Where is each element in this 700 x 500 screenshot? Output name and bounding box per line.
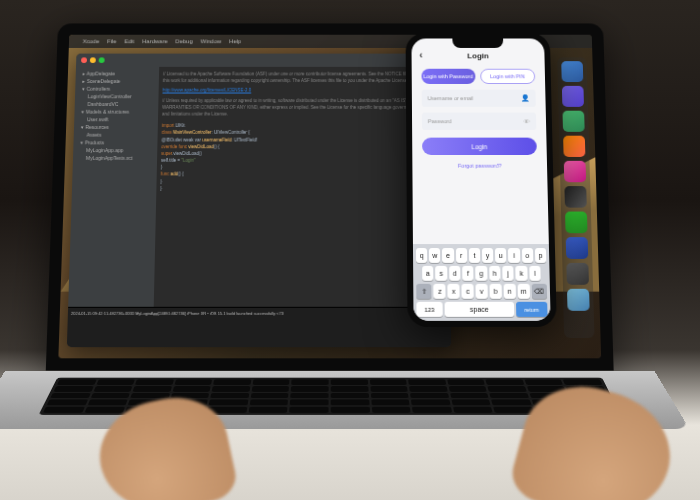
keyboard-key[interactable]: w [429,248,440,263]
keyboard-key[interactable]: i [508,248,519,263]
laptop-keyboard [39,378,621,415]
laptop-key [450,393,489,399]
maximize-icon[interactable] [99,57,105,63]
laptop-key [248,407,287,413]
nav-item[interactable]: User.swift [77,115,155,123]
keyboard-key[interactable]: c [462,284,474,299]
phone-screen: ‹ Login Login with Password Login with P… [411,39,550,321]
keyboard-key[interactable]: ⇧ [416,284,432,299]
keyboard-key[interactable]: o [522,248,534,263]
keyboard-key[interactable]: b [489,284,501,299]
minimize-icon[interactable] [90,57,96,63]
eye-icon[interactable]: 👁 [523,118,530,125]
keyboard-key[interactable]: j [502,266,514,281]
ide-project-navigator[interactable]: ▸ AppDelegate ▸ SceneDelegate ▾ Controll… [68,67,159,307]
dock-app-icon[interactable] [564,186,586,208]
tab-login-pin[interactable]: Login with PIN [480,69,536,84]
nav-item[interactable]: ▾ Controllers [78,85,156,93]
keyboard-key[interactable]: m [517,284,529,299]
keyboard-key[interactable]: h [489,266,501,281]
code-block: import UIKitclass MainViewController: UI… [160,122,445,192]
keyboard-key[interactable]: y [482,248,493,263]
forgot-password-link[interactable]: Forgot password? [422,163,537,169]
email-field[interactable]: Username or email 👤 [422,90,536,107]
laptop-key [93,386,132,391]
code-comment: // Unless required by applicable law or … [162,97,445,118]
keyboard-key[interactable]: a [422,266,433,281]
laptop-key [493,407,534,413]
app-body: Login with Password Login with PIN Usern… [412,63,549,244]
keyboard-key[interactable]: k [516,266,528,281]
code-comment: // Licensed to the Apache Software Found… [163,71,444,85]
login-button[interactable]: Login [422,138,537,155]
keyboard-key[interactable]: n [503,284,515,299]
laptop-key [534,407,575,413]
laptop-key [408,379,446,384]
laptop-key [57,379,96,384]
ide-titlebar[interactable] [76,54,448,67]
dock-app-icon[interactable] [564,161,586,182]
keyboard-key[interactable]: x [448,284,460,299]
code-link[interactable]: http://www.apache.org/licenses/LICENSE-2… [162,87,444,94]
keyboard-key[interactable]: s [436,266,448,281]
nav-item[interactable]: LoginViewController [78,93,156,101]
menubar-file[interactable]: File [107,39,117,45]
menubar-debug[interactable]: Debug [175,39,192,45]
ide-console[interactable]: 2024-01-15 09:42:11.482736+0000 MyLoginA… [67,307,451,347]
dock-app-icon[interactable] [566,263,589,285]
menubar-window[interactable]: Window [200,39,221,45]
keyboard-key[interactable]: p [535,248,547,263]
laptop-key [532,400,572,406]
keyboard-space-key[interactable]: space [444,302,514,317]
nav-item[interactable]: ▾ Products [76,139,154,147]
dock-app-icon[interactable] [567,289,590,311]
laptop-key [252,386,290,391]
keyboard-key[interactable]: e [442,248,453,263]
nav-item[interactable]: ▸ SceneDelegate [78,77,156,85]
keyboard-numbers-key[interactable]: 123 [416,302,442,317]
laptop-key [569,393,609,399]
laptop-key [453,407,493,413]
keyboard-key[interactable]: g [476,266,488,281]
keyboard-key[interactable]: t [469,248,480,263]
nav-item[interactable]: ▸ AppDelegate [79,70,157,78]
menubar-hardware[interactable]: Hardware [142,39,168,45]
keyboard-key[interactable]: ⌫ [531,284,547,299]
keyboard-key[interactable]: v [476,284,488,299]
dock-app-icon[interactable] [562,111,584,132]
back-arrow-icon[interactable]: ‹ [419,50,422,60]
dock-app-icon[interactable] [566,237,589,259]
laptop-key [87,400,128,406]
nav-item[interactable]: ▾ Resources [77,123,155,131]
keyboard-key[interactable]: z [434,284,446,299]
keyboard-key[interactable]: l [529,266,541,281]
nav-item[interactable]: ▾ Models & structures [77,108,155,116]
laptop-key [331,386,368,391]
keyboard-key[interactable]: d [449,266,461,281]
laptop-key [135,379,174,384]
laptop-key [447,379,485,384]
menubar-edit[interactable]: Edit [124,39,134,45]
nav-item[interactable]: DashboardVC [78,100,156,108]
keyboard-key[interactable]: r [456,248,467,263]
laptop-base [0,371,689,429]
keyboard-key[interactable]: q [416,248,427,263]
keyboard-key[interactable]: f [462,266,474,281]
tab-login-password[interactable]: Login with Password [421,69,475,84]
dock-app-icon[interactable] [562,86,584,107]
menubar-help[interactable]: Help [229,39,241,45]
menubar-app[interactable]: Xcode [83,39,100,45]
dock-app-icon[interactable] [565,212,588,234]
laptop-key [47,400,88,406]
close-icon[interactable] [81,57,87,63]
keyboard-return-key[interactable]: return [516,302,548,317]
dock-app-icon[interactable] [563,136,585,157]
laptop-key [96,379,135,384]
nav-item[interactable]: MyLoginApp.app [76,146,154,154]
dock-app-icon[interactable] [561,61,583,82]
laptop-key [489,393,529,399]
password-field[interactable]: Password 👁 [422,113,537,130]
nav-item[interactable]: Assets [77,131,155,139]
nav-item[interactable]: MyLoginAppTests.xct [76,154,154,162]
keyboard-key[interactable]: u [495,248,506,263]
